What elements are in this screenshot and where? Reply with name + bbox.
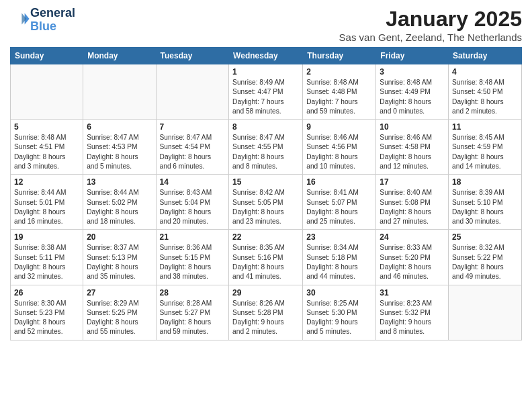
location-subtitle: Sas van Gent, Zeeland, The Netherlands [339,32,522,43]
day-number: 22 [232,232,299,242]
weekday-header-monday: Monday [83,48,156,64]
day-number: 21 [160,232,226,242]
calendar-cell: 4Sunrise: 8:48 AM Sunset: 4:50 PM Daylig… [449,64,522,120]
day-info: Sunrise: 8:32 AM Sunset: 5:22 PM Dayligh… [452,243,518,281]
day-info: Sunrise: 8:33 AM Sunset: 5:20 PM Dayligh… [380,243,445,281]
day-number: 13 [87,177,152,187]
day-number: 7 [160,122,226,132]
day-number: 28 [160,288,226,298]
weekday-header-wednesday: Wednesday [229,48,303,64]
day-info: Sunrise: 8:38 AM Sunset: 5:11 PM Dayligh… [14,243,79,281]
calendar-cell: 21Sunrise: 8:36 AM Sunset: 5:15 PM Dayli… [156,230,229,285]
calendar-cell: 5Sunrise: 8:48 AM Sunset: 4:51 PM Daylig… [11,120,83,175]
calendar-week-row: 5Sunrise: 8:48 AM Sunset: 4:51 PM Daylig… [11,120,522,175]
day-number: 15 [232,177,299,187]
day-number: 11 [452,122,518,132]
calendar-header-row: SundayMondayTuesdayWednesdayThursdayFrid… [11,48,522,64]
day-info: Sunrise: 8:44 AM Sunset: 5:02 PM Dayligh… [87,188,152,226]
day-info: Sunrise: 8:36 AM Sunset: 5:15 PM Dayligh… [160,243,226,281]
calendar-cell: 17Sunrise: 8:40 AM Sunset: 5:08 PM Dayli… [376,175,449,230]
day-info: Sunrise: 8:34 AM Sunset: 5:18 PM Dayligh… [306,243,372,281]
day-number: 25 [452,232,518,242]
day-info: Sunrise: 8:23 AM Sunset: 5:32 PM Dayligh… [380,299,445,337]
day-info: Sunrise: 8:37 AM Sunset: 5:13 PM Dayligh… [87,243,152,281]
calendar-cell: 18Sunrise: 8:39 AM Sunset: 5:10 PM Dayli… [449,175,522,230]
calendar-cell [11,64,83,120]
calendar-week-row: 12Sunrise: 8:44 AM Sunset: 5:01 PM Dayli… [11,175,522,230]
weekday-header-tuesday: Tuesday [156,48,229,64]
calendar-cell: 11Sunrise: 8:45 AM Sunset: 4:59 PM Dayli… [449,120,522,175]
day-number: 17 [380,177,445,187]
month-year-title: January 2025 [339,7,522,32]
day-number: 9 [306,122,372,132]
day-number: 26 [14,288,79,298]
calendar-cell: 10Sunrise: 8:46 AM Sunset: 4:58 PM Dayli… [376,120,449,175]
day-info: Sunrise: 8:28 AM Sunset: 5:27 PM Dayligh… [160,299,226,337]
day-info: Sunrise: 8:45 AM Sunset: 4:59 PM Dayligh… [452,133,518,171]
day-number: 31 [380,288,445,298]
calendar-cell: 29Sunrise: 8:26 AM Sunset: 5:28 PM Dayli… [229,285,303,340]
logo-text: GeneralBlue [30,7,75,34]
calendar-cell: 3Sunrise: 8:48 AM Sunset: 4:49 PM Daylig… [376,64,449,120]
calendar-cell: 23Sunrise: 8:34 AM Sunset: 5:18 PM Dayli… [303,230,376,285]
day-info: Sunrise: 8:48 AM Sunset: 4:49 PM Dayligh… [380,78,445,116]
calendar-cell [449,285,522,340]
day-info: Sunrise: 8:29 AM Sunset: 5:25 PM Dayligh… [87,299,152,337]
day-info: Sunrise: 8:26 AM Sunset: 5:28 PM Dayligh… [232,299,299,337]
calendar-cell: 15Sunrise: 8:42 AM Sunset: 5:05 PM Dayli… [229,175,303,230]
calendar-cell: 27Sunrise: 8:29 AM Sunset: 5:25 PM Dayli… [83,285,156,340]
day-number: 2 [306,67,372,77]
day-info: Sunrise: 8:41 AM Sunset: 5:07 PM Dayligh… [306,188,372,226]
calendar-cell: 9Sunrise: 8:46 AM Sunset: 4:56 PM Daylig… [303,120,376,175]
calendar-cell: 28Sunrise: 8:28 AM Sunset: 5:27 PM Dayli… [156,285,229,340]
day-number: 6 [87,122,152,132]
logo: GeneralBlue [10,7,75,34]
day-number: 10 [380,122,445,132]
calendar-cell: 8Sunrise: 8:47 AM Sunset: 4:55 PM Daylig… [229,120,303,175]
day-info: Sunrise: 8:46 AM Sunset: 4:56 PM Dayligh… [306,133,372,171]
calendar-table: SundayMondayTuesdayWednesdayThursdayFrid… [10,47,522,340]
calendar-cell: 26Sunrise: 8:30 AM Sunset: 5:23 PM Dayli… [11,285,83,340]
day-number: 4 [452,67,518,77]
calendar-cell [83,64,156,120]
day-number: 5 [14,122,79,132]
day-info: Sunrise: 8:48 AM Sunset: 4:51 PM Dayligh… [14,133,79,171]
day-info: Sunrise: 8:47 AM Sunset: 4:53 PM Dayligh… [87,133,152,171]
day-info: Sunrise: 8:35 AM Sunset: 5:16 PM Dayligh… [232,243,299,281]
day-number: 18 [452,177,518,187]
day-number: 27 [87,288,152,298]
calendar-cell: 2Sunrise: 8:48 AM Sunset: 4:48 PM Daylig… [303,64,376,120]
logo-icon [11,9,30,28]
day-info: Sunrise: 8:42 AM Sunset: 5:05 PM Dayligh… [232,188,299,226]
calendar-cell: 24Sunrise: 8:33 AM Sunset: 5:20 PM Dayli… [376,230,449,285]
day-number: 8 [232,122,299,132]
day-info: Sunrise: 8:40 AM Sunset: 5:08 PM Dayligh… [380,188,445,226]
day-info: Sunrise: 8:43 AM Sunset: 5:04 PM Dayligh… [160,188,226,226]
calendar-cell: 31Sunrise: 8:23 AM Sunset: 5:32 PM Dayli… [376,285,449,340]
calendar-cell: 19Sunrise: 8:38 AM Sunset: 5:11 PM Dayli… [11,230,83,285]
calendar-cell: 7Sunrise: 8:47 AM Sunset: 4:54 PM Daylig… [156,120,229,175]
calendar-cell: 6Sunrise: 8:47 AM Sunset: 4:53 PM Daylig… [83,120,156,175]
day-info: Sunrise: 8:48 AM Sunset: 4:48 PM Dayligh… [306,78,372,116]
calendar-cell: 12Sunrise: 8:44 AM Sunset: 5:01 PM Dayli… [11,175,83,230]
day-info: Sunrise: 8:47 AM Sunset: 4:55 PM Dayligh… [232,133,299,171]
day-number: 16 [306,177,372,187]
day-number: 20 [87,232,152,242]
day-number: 1 [232,67,299,77]
day-info: Sunrise: 8:48 AM Sunset: 4:50 PM Dayligh… [452,78,518,116]
day-number: 30 [306,288,372,298]
calendar-cell: 30Sunrise: 8:25 AM Sunset: 5:30 PM Dayli… [303,285,376,340]
calendar-cell: 14Sunrise: 8:43 AM Sunset: 5:04 PM Dayli… [156,175,229,230]
calendar-cell: 20Sunrise: 8:37 AM Sunset: 5:13 PM Dayli… [83,230,156,285]
title-area: January 2025 Sas van Gent, Zeeland, The … [339,7,522,43]
calendar-cell: 22Sunrise: 8:35 AM Sunset: 5:16 PM Dayli… [229,230,303,285]
calendar-week-row: 19Sunrise: 8:38 AM Sunset: 5:11 PM Dayli… [11,230,522,285]
day-number: 24 [380,232,445,242]
day-info: Sunrise: 8:47 AM Sunset: 4:54 PM Dayligh… [160,133,226,171]
calendar-cell: 13Sunrise: 8:44 AM Sunset: 5:02 PM Dayli… [83,175,156,230]
page-header: GeneralBlue January 2025 Sas van Gent, Z… [10,7,522,43]
day-info: Sunrise: 8:39 AM Sunset: 5:10 PM Dayligh… [452,188,518,226]
weekday-header-thursday: Thursday [303,48,376,64]
weekday-header-sunday: Sunday [11,48,83,64]
day-info: Sunrise: 8:25 AM Sunset: 5:30 PM Dayligh… [306,299,372,337]
